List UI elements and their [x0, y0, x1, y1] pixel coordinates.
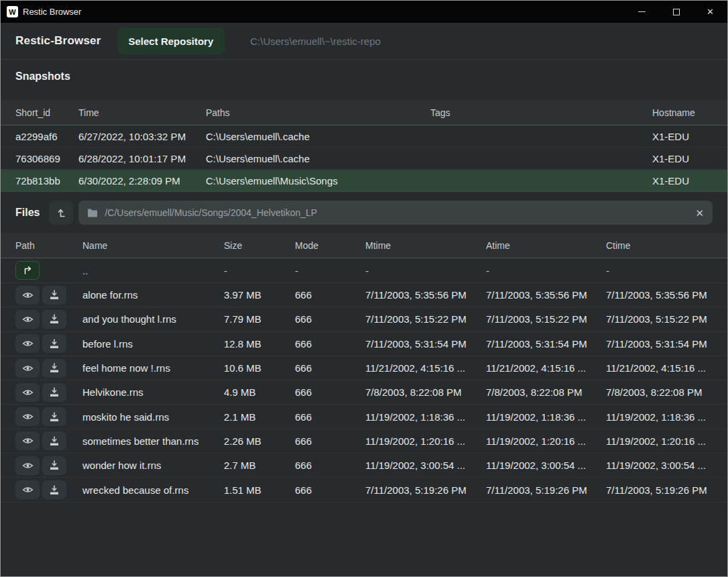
preview-file-button[interactable]	[15, 359, 40, 378]
download-file-button[interactable]	[42, 431, 66, 450]
file-row: moskito he said.rns 2.1 MB 666 11/19/200…	[1, 405, 727, 429]
download-file-button[interactable]	[42, 383, 66, 402]
eye-icon	[22, 461, 34, 470]
files-bar: Files /C/Users/emuell/Music/Songs/2004_H…	[1, 201, 727, 225]
repository-path: C:\Users\emuell\~\restic-repo	[250, 36, 381, 47]
preview-file-button[interactable]	[15, 480, 40, 499]
file-name: before l.rns	[82, 338, 224, 350]
close-button[interactable]: ✕	[693, 1, 727, 23]
file-atime: 11/19/2002, 1:18:36 ...	[486, 411, 606, 423]
file-size: 7.79 MB	[224, 313, 295, 325]
go-up-directory-button[interactable]	[49, 201, 73, 225]
file-mtime: 7/11/2003, 5:15:22 PM	[365, 313, 486, 325]
file-size: 4.9 MB	[224, 386, 295, 398]
minimize-button[interactable]	[625, 1, 659, 23]
file-mtime: 11/21/2002, 4:15:16 ...	[365, 362, 486, 374]
file-row: before l.rns 12.8 MB 666 7/11/2003, 5:31…	[1, 332, 727, 356]
files-title: Files	[15, 207, 40, 219]
download-file-button[interactable]	[42, 480, 66, 499]
file-ctime: 7/11/2003, 5:15:22 PM	[606, 313, 713, 325]
file-mtime: -	[365, 265, 486, 276]
snapshot-paths: C:\Users\emuell\Music\Songs	[206, 175, 430, 187]
col-paths: Paths	[206, 107, 430, 118]
snapshot-time: 6/30/2022, 2:28:09 PM	[78, 175, 206, 187]
eye-icon	[22, 388, 34, 397]
file-atime: -	[486, 265, 606, 276]
snapshot-row-selected[interactable]: 72b813bb 6/30/2022, 2:28:09 PM C:\Users\…	[1, 170, 727, 192]
file-ctime: 11/21/2002, 4:15:16 ...	[606, 362, 713, 374]
file-mode: 666	[295, 484, 365, 496]
snapshot-hostname: X1-EDU	[652, 131, 713, 142]
snapshot-short-id: 76306869	[15, 153, 78, 164]
file-name: and you thought l.rns	[82, 313, 224, 325]
download-file-button[interactable]	[42, 310, 66, 329]
eye-icon	[22, 364, 34, 373]
file-mode: -	[295, 265, 365, 276]
window-controls: ✕	[625, 1, 727, 23]
col-mtime: Mtime	[365, 240, 486, 251]
file-mtime: 7/11/2003, 5:35:56 PM	[365, 289, 486, 301]
eye-icon	[22, 315, 34, 324]
file-ctime: 7/11/2003, 5:31:54 PM	[606, 338, 713, 350]
select-repository-button[interactable]: Select Repository	[117, 28, 225, 54]
preview-file-button[interactable]	[15, 334, 40, 353]
preview-file-button[interactable]	[15, 407, 40, 426]
folder-icon	[87, 208, 98, 217]
download-icon	[49, 412, 60, 422]
wails-logo-icon: W	[7, 6, 18, 17]
file-size: 2.7 MB	[224, 460, 295, 471]
current-path-field[interactable]: /C/Users/emuell/Music/Songs/2004_Helveti…	[78, 201, 713, 225]
col-ctime: Ctime	[606, 240, 713, 251]
download-file-button[interactable]	[42, 456, 66, 475]
window-title: Restic Browser	[23, 7, 81, 17]
titlebar: W Restic Browser ✕	[1, 1, 727, 23]
eye-icon	[22, 436, 34, 445]
download-icon	[49, 485, 60, 495]
col-atime: Atime	[486, 240, 606, 251]
file-name: Helvikone.rns	[82, 386, 224, 398]
download-file-button[interactable]	[42, 286, 66, 305]
snapshot-hostname: X1-EDU	[652, 175, 713, 187]
up-directory-icon	[56, 207, 66, 218]
eye-icon	[22, 291, 34, 300]
file-size: 3.97 MB	[224, 289, 295, 301]
snapshots-table-header: Short_id Time Paths Tags Hostname	[1, 100, 727, 125]
file-atime: 11/19/2002, 3:00:54 ...	[486, 460, 606, 471]
file-name: ..	[82, 265, 224, 276]
download-file-button[interactable]	[42, 407, 66, 426]
file-atime: 7/11/2003, 5:35:56 PM	[486, 289, 606, 301]
preview-file-button[interactable]	[15, 431, 40, 450]
preview-file-button[interactable]	[15, 286, 40, 305]
download-file-button[interactable]	[42, 334, 66, 353]
col-name: Name	[82, 240, 224, 251]
col-mode: Mode	[295, 240, 365, 251]
download-icon	[49, 314, 60, 324]
file-name: wrecked because of.rns	[82, 484, 224, 496]
preview-file-button[interactable]	[15, 383, 40, 402]
parent-directory-row: .. - - - - -	[1, 258, 727, 283]
snapshot-paths: C:\Users\emuell\.cache	[206, 131, 430, 142]
file-name: moskito he said.rns	[82, 411, 224, 423]
file-size: 2.26 MB	[224, 435, 295, 447]
snapshot-row[interactable]: a2299af6 6/27/2022, 10:03:32 PM C:\Users…	[1, 125, 727, 148]
file-atime: 11/21/2002, 4:15:16 ...	[486, 362, 606, 374]
preview-file-button[interactable]	[15, 456, 40, 475]
current-path-text: /C/Users/emuell/Music/Songs/2004_Helveti…	[105, 207, 317, 218]
snapshot-time: 6/27/2022, 10:03:32 PM	[78, 131, 206, 142]
file-mode: 666	[295, 313, 365, 325]
preview-file-button[interactable]	[15, 310, 40, 329]
file-row: alone for.rns 3.97 MB 666 7/11/2003, 5:3…	[1, 283, 727, 307]
clear-path-icon[interactable]: ✕	[695, 208, 704, 218]
file-row: wonder how it.rns 2.7 MB 666 11/19/2002,…	[1, 454, 727, 478]
download-file-button[interactable]	[42, 359, 66, 378]
file-ctime: 11/19/2002, 3:00:54 ...	[606, 460, 713, 471]
file-mtime: 7/11/2003, 5:19:26 PM	[365, 484, 486, 496]
file-name: alone for.rns	[82, 289, 224, 301]
file-mode: 666	[295, 338, 365, 350]
col-tags: Tags	[430, 107, 652, 118]
maximize-button[interactable]	[659, 1, 693, 23]
snapshot-row[interactable]: 76306869 6/28/2022, 10:01:17 PM C:\Users…	[1, 148, 727, 170]
parent-directory-button[interactable]	[15, 261, 40, 280]
file-row: sometimes better than.rns 2.26 MB 666 11…	[1, 429, 727, 454]
file-row: and you thought l.rns 7.79 MB 666 7/11/2…	[1, 307, 727, 331]
